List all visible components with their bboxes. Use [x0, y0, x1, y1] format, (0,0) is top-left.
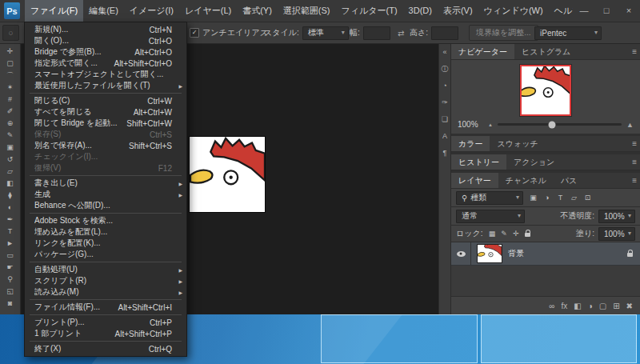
zoom-tool[interactable]: ⚲ [2, 274, 19, 286]
tab-histogram[interactable]: ヒストグラム [514, 44, 578, 59]
clone-source-panel-icon[interactable]: ❏ [439, 114, 450, 124]
blend-mode-select[interactable]: 通常 [456, 210, 525, 223]
lock-transparent-pixels-icon[interactable]: ▦ [486, 230, 497, 238]
lasso-tool[interactable]: ⌒ [2, 70, 19, 82]
filter-shape-layers-icon[interactable]: ▱ [568, 194, 580, 202]
clone-stamp-tool[interactable]: ▣ [2, 142, 19, 154]
close-button[interactable]: × [618, 0, 640, 22]
brush-tool[interactable]: ✎ [2, 130, 19, 142]
document-image[interactable] [190, 137, 265, 212]
tab-paths[interactable]: パス [554, 173, 584, 188]
paragraph-panel-icon[interactable]: ¶ [439, 148, 450, 158]
menubar-item[interactable]: 3D(D) [403, 0, 438, 22]
navigator-zoom-slider[interactable] [498, 123, 622, 126]
panel-menu-icon[interactable]: ≡ [632, 173, 637, 188]
menu-item[interactable]: 終了(X) Ctrl+Q [25, 343, 186, 354]
menu-item[interactable]: Bridge で参照(B)... Alt+Ctrl+O [25, 46, 186, 58]
shape-tool[interactable]: ▭ [2, 250, 19, 262]
menu-item[interactable]: スクリプト(R) [25, 275, 186, 286]
menu-item[interactable]: プリント(P)... Ctrl+P [25, 317, 186, 328]
blur-tool[interactable]: ⧫ [2, 190, 19, 202]
tab-color[interactable]: カラー [451, 136, 490, 151]
menubar-item[interactable]: ヘルプ(H) [549, 0, 573, 22]
menu-item[interactable]: 1 部プリント Alt+Shift+Ctrl+P [25, 328, 186, 339]
new-layer-icon[interactable]: ⊞ [613, 302, 619, 310]
healing-brush-tool[interactable]: ⊕ [2, 118, 19, 130]
character-panel-icon[interactable]: A [439, 131, 450, 141]
menu-item[interactable]: Adobe Stock を検索... [25, 215, 186, 226]
collapse-dock-icon[interactable]: « [439, 47, 450, 57]
history-brush-tool[interactable]: ↺ [2, 154, 19, 166]
layer-group-icon[interactable]: ▢ [599, 302, 606, 310]
menubar-item[interactable]: 表示(V) [438, 0, 478, 22]
dodge-tool[interactable]: ◐ [2, 202, 19, 214]
filter-type-layers-icon[interactable]: T [554, 194, 566, 202]
gradient-tool[interactable]: ◧ [2, 178, 19, 190]
menubar-item[interactable]: ファイル(F) [25, 0, 83, 22]
marquee-tool[interactable]: ▢ [2, 58, 19, 70]
menu-item[interactable]: 自動処理(U) [25, 264, 186, 275]
lock-image-pixels-icon[interactable]: ✎ [498, 230, 509, 238]
tab-layers[interactable]: レイヤー [451, 173, 498, 188]
menu-item[interactable]: リンクを配置(K)... [25, 238, 186, 249]
workspace-select[interactable]: iPentec [534, 26, 602, 40]
menubar-item[interactable]: 書式(Y) [237, 0, 278, 22]
antialias-checkbox[interactable]: ✓ [190, 28, 199, 38]
lock-all-icon[interactable] [525, 233, 530, 237]
layer-style-icon[interactable]: fx [561, 302, 567, 310]
quick-mask-button[interactable]: ◙ [2, 298, 19, 310]
menu-item[interactable]: 新規(N)... Ctrl+N [25, 24, 186, 35]
filter-adjustment-layers-icon[interactable]: ◑ [541, 194, 553, 202]
menu-item[interactable]: 保存(S) Ctrl+S [25, 129, 186, 140]
foreground-background-colors[interactable]: ◱ [2, 286, 19, 298]
style-select[interactable]: 標準 [302, 26, 349, 40]
maximize-button[interactable]: □ [595, 0, 618, 22]
fill-select[interactable]: 100% [598, 227, 635, 241]
tab-swatches[interactable]: スウォッチ [490, 136, 545, 151]
menu-item[interactable]: 最近使用したファイルを開く(T) [25, 80, 186, 91]
filter-smart-objects-icon[interactable]: ⊡ [582, 194, 594, 202]
zoom-slider-thumb[interactable] [549, 121, 556, 128]
menu-item[interactable]: ファイル情報(F)... Alt+Shift+Ctrl+I [25, 302, 186, 313]
menu-item[interactable]: 閉じる(C) Ctrl+W [25, 95, 186, 106]
menubar-item[interactable]: イメージ(I) [124, 0, 179, 22]
opacity-select[interactable]: 100% [598, 210, 635, 223]
navigator-zoom-value[interactable]: 100% [458, 120, 483, 129]
tool-preset-picker[interactable]: ◌ [2, 25, 19, 41]
panel-menu-icon[interactable]: ≡ [632, 154, 637, 170]
panel-menu-icon[interactable]: ≡ [632, 136, 637, 151]
minimize-button[interactable]: — [573, 0, 595, 22]
eyedropper-tool[interactable]: ✐ [2, 106, 19, 118]
navigator-thumbnail[interactable] [520, 65, 571, 116]
menu-item[interactable]: 開く(O)... Ctrl+O [25, 35, 186, 46]
menu-item[interactable]: 閉じて Bridge を起動... Shift+Ctrl+W [25, 118, 186, 129]
path-selection-tool[interactable]: ► [2, 238, 19, 250]
menu-item[interactable]: チェックイン(I)... [25, 151, 186, 162]
filter-pixel-layers-icon[interactable]: ▣ [527, 194, 539, 202]
menu-item[interactable]: 指定形式で開く... Alt+Shift+Ctrl+O [25, 58, 186, 69]
tab-navigator[interactable]: ナビゲーター [451, 44, 514, 59]
adjustment-layer-icon[interactable]: ◑ [588, 302, 593, 310]
menu-item[interactable]: 埋め込みを配置(L)... [25, 226, 186, 238]
height-input[interactable] [431, 26, 458, 40]
layer-thumbnail[interactable] [478, 245, 502, 262]
layer-visibility-toggle[interactable] [451, 242, 471, 265]
tab-actions[interactable]: アクション [506, 154, 562, 170]
menubar-item[interactable]: 編集(E) [83, 0, 124, 22]
panel-menu-icon[interactable]: ≡ [632, 44, 637, 59]
layer-mask-icon[interactable]: ◧ [574, 302, 581, 310]
swap-dimensions-icon[interactable]: ⇄ [398, 29, 404, 38]
type-tool[interactable]: T [2, 226, 19, 238]
zoom-in-icon[interactable]: ▲ [626, 121, 634, 129]
menubar-item[interactable]: ウィンドウ(W) [478, 0, 549, 22]
menu-item[interactable]: すべてを閉じる Alt+Ctrl+W [25, 106, 186, 118]
menu-item[interactable]: パッケージ(G)... [25, 249, 186, 260]
refine-edge-button[interactable]: 境界線を調整... [469, 25, 538, 41]
lock-position-icon[interactable]: ✛ [510, 230, 521, 238]
eraser-tool[interactable]: ▱ [2, 166, 19, 178]
histogram-panel-icon[interactable]: ◔ [439, 81, 450, 90]
menubar-item[interactable]: 選択範囲(S) [278, 0, 336, 22]
move-tool[interactable]: ✛ [2, 46, 19, 58]
link-layers-icon[interactable]: ∞ [549, 302, 554, 310]
layer-row[interactable]: 背景 [451, 242, 640, 266]
